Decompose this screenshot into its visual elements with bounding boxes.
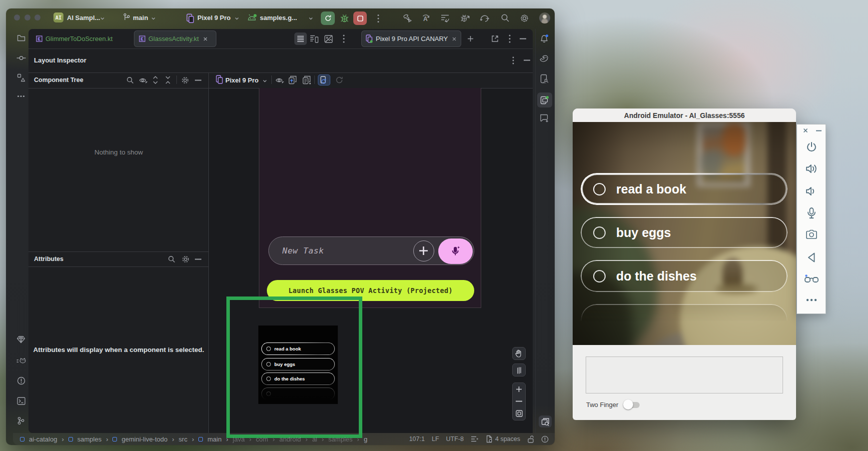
project-tool-icon[interactable] xyxy=(17,34,25,42)
breadcrumb-item[interactable]: samples xyxy=(77,436,101,443)
new-tab-icon[interactable] xyxy=(467,36,474,42)
todo-pill-read-a-book[interactable]: read a book xyxy=(581,173,788,205)
rotation-mode-button[interactable] xyxy=(512,364,526,376)
profiler-cat-icon[interactable] xyxy=(16,356,26,364)
snapshot-import-icon[interactable] xyxy=(302,76,311,84)
preview-image-icon[interactable] xyxy=(324,35,333,43)
assistant-gem-icon[interactable] xyxy=(16,336,25,344)
structure-tool-icon[interactable] xyxy=(17,74,25,82)
tree-settings-icon[interactable] xyxy=(181,76,189,84)
tree-visibility-icon[interactable] xyxy=(139,77,148,84)
build-run-icon[interactable] xyxy=(403,14,412,23)
more-tools-icon[interactable] xyxy=(17,95,25,98)
toolbar-minimize-icon[interactable] xyxy=(816,130,822,132)
toolbar-close-icon[interactable] xyxy=(803,128,809,134)
breadcrumb-item[interactable]: android xyxy=(279,436,301,443)
debug-button[interactable] xyxy=(340,14,349,23)
zoom-in-icon[interactable] xyxy=(516,386,522,392)
vcs-branch-selector[interactable]: main xyxy=(133,14,148,22)
todo-pill-do-the-dishes[interactable]: do the dishes xyxy=(581,260,788,292)
open-in-window-icon[interactable] xyxy=(491,35,499,42)
terminal-tool-icon[interactable] xyxy=(17,397,25,405)
breadcrumb-item[interactable]: ai-catalog xyxy=(29,436,57,443)
project-selector[interactable]: AI Sampl... xyxy=(67,14,100,22)
todo-pill-partial[interactable] xyxy=(581,304,788,336)
indent-widget[interactable]: 4 spaces xyxy=(486,435,520,443)
editor-list-view-button[interactable] xyxy=(294,32,307,45)
pan-tool-button[interactable] xyxy=(512,347,526,360)
todo-pill-buy-eggs[interactable]: buy eggs xyxy=(581,217,788,248)
add-task-button[interactable] xyxy=(413,240,434,262)
new-task-input[interactable]: New Task xyxy=(268,236,474,265)
apply-changes-icon[interactable]: A xyxy=(421,14,431,23)
tab-group-options-icon[interactable] xyxy=(508,34,512,43)
tab-glimmertodoscreen[interactable]: GlimmerToDoScreen.kt xyxy=(31,30,117,47)
breadcrumb-item[interactable]: java xyxy=(233,436,245,443)
search-everywhere-icon[interactable] xyxy=(501,14,510,22)
layout-inspector-tool-button[interactable] xyxy=(537,92,552,108)
indent-options-icon[interactable] xyxy=(471,436,479,442)
split-editor-icon[interactable] xyxy=(310,35,318,43)
breadcrumb-item[interactable]: gemini-live-todo xyxy=(121,436,167,443)
breadcrumb-item[interactable]: src xyxy=(179,436,187,443)
attributes-settings-icon[interactable] xyxy=(181,255,190,264)
voice-input-button[interactable] xyxy=(438,238,473,264)
view-options-icon[interactable] xyxy=(275,77,284,84)
breadcrumb-item[interactable]: ai xyxy=(312,436,317,443)
device-manager-icon[interactable] xyxy=(540,74,549,84)
collapse-all-icon[interactable] xyxy=(165,76,171,84)
expand-all-icon[interactable] xyxy=(152,76,158,84)
hide-panel-icon[interactable] xyxy=(524,60,530,61)
emulator-display[interactable]: read a book buy eggs do the dishes xyxy=(573,122,796,345)
breadcrumb-item[interactable]: main xyxy=(207,436,221,443)
breadcrumb-item[interactable]: com xyxy=(256,436,268,443)
macos-minimize-button[interactable] xyxy=(24,14,30,20)
tab-glassesactivity[interactable]: GlassesActivity.kt xyxy=(134,30,216,47)
editor-options-icon[interactable] xyxy=(342,34,346,43)
refresh-icon[interactable] xyxy=(335,76,343,84)
tree-search-icon[interactable] xyxy=(126,76,134,84)
macos-close-button[interactable] xyxy=(14,14,20,20)
rerun-button[interactable] xyxy=(321,12,335,25)
reset-zoom-icon[interactable] xyxy=(516,410,523,417)
commit-tool-icon[interactable] xyxy=(16,55,26,61)
breadcrumb-item[interactable]: g xyxy=(364,436,367,443)
line-separator[interactable]: LF xyxy=(432,436,439,442)
back-icon[interactable] xyxy=(807,252,817,263)
glasses-icon[interactable] xyxy=(804,274,819,284)
close-icon[interactable] xyxy=(203,36,208,42)
macos-zoom-button[interactable] xyxy=(34,14,40,20)
volume-up-icon[interactable] xyxy=(805,163,818,174)
more-options-icon[interactable] xyxy=(806,298,817,302)
notifications-bell-icon[interactable] xyxy=(540,34,549,44)
panel-options-icon[interactable] xyxy=(511,56,515,64)
attach-debugger-icon[interactable] xyxy=(460,14,470,23)
hide-tree-icon[interactable] xyxy=(195,80,201,81)
close-icon[interactable] xyxy=(452,36,457,42)
device-screen-render[interactable]: New Task Launch Glasses POV Activity (Pr… xyxy=(259,88,481,308)
emulator-input-box[interactable] xyxy=(586,356,783,394)
more-actions-icon[interactable] xyxy=(376,14,380,23)
snapshot-export-icon[interactable] xyxy=(288,76,297,84)
gradle-tool-icon[interactable] xyxy=(539,54,549,62)
device-selector[interactable]: Pixel 9 Pro xyxy=(197,14,230,22)
gemini-chat-icon[interactable] xyxy=(540,114,549,123)
breadcrumb-item[interactable]: samples xyxy=(328,436,352,443)
unlocked-icon[interactable] xyxy=(527,436,534,443)
git-tool-icon[interactable] xyxy=(17,416,25,425)
power-icon[interactable] xyxy=(806,141,818,153)
caret-position[interactable]: 107:1 xyxy=(409,436,425,442)
zoom-out-icon[interactable] xyxy=(516,400,522,402)
problems-icon[interactable] xyxy=(17,376,25,385)
hide-tab-group-icon[interactable] xyxy=(520,38,526,40)
camera-icon[interactable] xyxy=(805,229,818,240)
microphone-icon[interactable] xyxy=(806,207,817,220)
attributes-search-icon[interactable] xyxy=(168,256,175,263)
user-avatar[interactable] xyxy=(539,12,550,24)
stop-button[interactable] xyxy=(353,12,367,25)
settings-gear-icon[interactable] xyxy=(520,14,529,23)
hide-attributes-icon[interactable] xyxy=(195,258,201,260)
live-updates-button[interactable] xyxy=(318,74,330,86)
file-encoding[interactable]: UTF-8 xyxy=(446,436,464,442)
two-finger-toggle[interactable] xyxy=(623,401,640,408)
